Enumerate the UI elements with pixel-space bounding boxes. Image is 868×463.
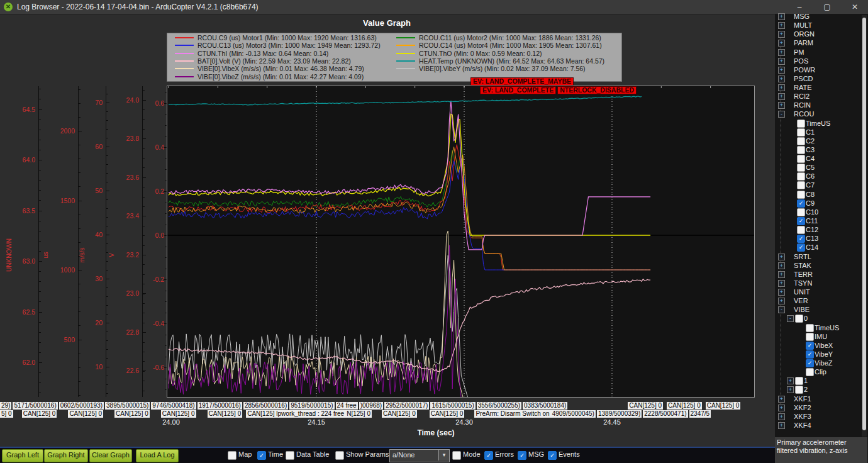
tree-item-0[interactable]: -0: [775, 314, 862, 323]
tree-item-clip[interactable]: Clip: [775, 367, 862, 376]
button-load-a-log[interactable]: Load A Log: [136, 449, 179, 462]
checkbox-c4[interactable]: [797, 155, 805, 163]
checkbox-time[interactable]: ✓: [257, 451, 266, 460]
tree-item-imu[interactable]: IMU: [775, 332, 862, 341]
tree-item-pm[interactable]: +PM: [775, 48, 862, 57]
expand-icon[interactable]: +: [778, 271, 785, 278]
checkbox-c5[interactable]: [797, 164, 805, 172]
legend-entry[interactable]: CTUN.ThO (Min: 0 Max: 0.59 Mean: 0.12): [389, 50, 619, 57]
expand-icon[interactable]: +: [778, 13, 785, 20]
tree-item-timeus[interactable]: TimeUS: [775, 119, 862, 128]
tree-item-powr[interactable]: +POWR: [775, 65, 862, 74]
tree-item-ver[interactable]: +VER: [775, 296, 862, 305]
tree-item-2[interactable]: +2: [775, 385, 862, 394]
tree-item-tsyn[interactable]: +TSYN: [775, 279, 862, 287]
tree-item-srtl[interactable]: +SRTL: [775, 252, 862, 261]
expand-icon[interactable]: +: [778, 93, 785, 100]
legend-entry[interactable]: RCOU.C14 (us) Motor4 (Min: 1000 Max: 190…: [389, 42, 619, 49]
checkbox-mode[interactable]: [452, 451, 461, 460]
checkbox-2[interactable]: [795, 386, 803, 394]
expand-icon[interactable]: +: [778, 404, 785, 411]
checkbox-errors[interactable]: ✓: [484, 451, 493, 460]
tree-item-c2[interactable]: C2: [775, 137, 862, 145]
tree-item-c12[interactable]: C12: [775, 225, 862, 234]
expand-icon[interactable]: +: [778, 254, 785, 260]
tree-item-mult[interactable]: +MULT: [775, 21, 862, 30]
checkbox-c10[interactable]: [797, 208, 805, 216]
expand-icon[interactable]: +: [778, 298, 785, 304]
tree-item-c3[interactable]: C3: [775, 145, 862, 154]
tree-item-stak[interactable]: +STAK: [775, 261, 862, 270]
tree-item-xkf4[interactable]: +XKF4: [775, 421, 862, 430]
tree-item-parm[interactable]: +PARM: [775, 38, 862, 47]
checkbox-vibez[interactable]: ✓: [806, 359, 814, 367]
tree-item-vibey[interactable]: ✓VibeY: [775, 350, 862, 359]
tree-item-xkf2[interactable]: +XKF2: [775, 403, 862, 412]
legend-entry[interactable]: RCOU.C9 (us) Motor1 (Min: 1000 Max: 1920…: [167, 34, 389, 42]
tree-item-msg[interactable]: +MSG: [775, 12, 862, 21]
legend-entry[interactable]: BAT[0].Volt (V) (Min: 22.59 Max: 23.09 M…: [167, 57, 389, 65]
collapse-icon[interactable]: -: [778, 111, 785, 118]
checkbox-events[interactable]: ✓: [548, 451, 557, 460]
expand-icon[interactable]: +: [787, 386, 794, 393]
expand-icon[interactable]: +: [778, 22, 785, 29]
tree-item-c10[interactable]: C10: [775, 208, 862, 216]
legend-entry[interactable]: VIBE[0].VibeY (m/s/s) (Min: 0.02 Max: 37…: [389, 65, 619, 72]
checkbox-c6[interactable]: [797, 172, 805, 181]
checkbox-msg[interactable]: ✓: [518, 451, 526, 460]
expand-icon[interactable]: +: [778, 31, 785, 38]
tree-item-unit[interactable]: +UNIT: [775, 287, 862, 296]
expand-icon[interactable]: +: [787, 377, 794, 384]
expand-icon[interactable]: +: [778, 422, 785, 429]
checkbox-timeus[interactable]: [806, 324, 814, 332]
tree-item-xkf1[interactable]: +XKF1: [775, 394, 862, 403]
checkbox-c1[interactable]: [797, 128, 805, 137]
legend-entry[interactable]: VIBE[0].VibeZ (m/s/s) (Min: 0.01 Max: 42…: [167, 72, 389, 80]
legend-entry[interactable]: VIBE[0].VibeX (m/s/s) (Min: 0.01 Max: 46…: [167, 65, 389, 72]
legend-entry[interactable]: CTUN.ThI (Min: -0.13 Max: 0.64 Mean: 0.1…: [167, 50, 389, 57]
tree-item-vibex[interactable]: ✓VibeX: [775, 341, 862, 350]
expand-icon[interactable]: +: [778, 75, 785, 82]
tree-item-vibez[interactable]: ✓VibeZ: [775, 359, 862, 367]
collapse-icon[interactable]: -: [778, 306, 785, 313]
tree-item-terr[interactable]: +TERR: [775, 270, 862, 279]
checkbox-c7[interactable]: [797, 181, 805, 189]
scrollbar-thumb[interactable]: [862, 18, 866, 430]
legend-entry[interactable]: HEAT.Temp (UNKNOWN) (Min: 64.52 Max: 64.…: [389, 57, 619, 65]
checkbox-vibey[interactable]: ✓: [806, 350, 814, 359]
button-clear-graph[interactable]: Clear Graph: [89, 449, 132, 462]
expand-icon[interactable]: +: [778, 262, 785, 269]
tree-item-c5[interactable]: C5: [775, 163, 862, 172]
expand-icon[interactable]: +: [778, 84, 785, 91]
checkbox-c11[interactable]: ✓: [797, 217, 805, 225]
expand-icon[interactable]: +: [778, 67, 785, 74]
plot-area[interactable]: [167, 86, 755, 398]
mode-dropdown[interactable]: a/None ▾: [389, 449, 450, 462]
tree-item-timeus[interactable]: TimeUS: [775, 323, 862, 332]
checkbox-imu[interactable]: [806, 333, 814, 341]
checkbox-c13[interactable]: ✓: [797, 235, 805, 243]
tree-item-c13[interactable]: ✓C13: [775, 234, 862, 243]
tree-item-orgn[interactable]: +ORGN: [775, 30, 862, 38]
checkbox-c3[interactable]: [797, 146, 805, 154]
tree-item-c1[interactable]: C1: [775, 128, 862, 137]
tree-item-rcou[interactable]: -RCOU: [775, 109, 862, 118]
tree-item-c11[interactable]: ✓C11: [775, 216, 862, 225]
tree-item-rate[interactable]: +RATE: [775, 83, 862, 92]
tree-item-c7[interactable]: C7: [775, 181, 862, 189]
tree-item-xkf3[interactable]: +XKF3: [775, 412, 862, 421]
tree-item-vibe[interactable]: -VIBE: [775, 305, 862, 314]
tree-item-c4[interactable]: C4: [775, 154, 862, 163]
tree-scrollbar[interactable]: [862, 15, 867, 437]
checkbox-c14[interactable]: ✓: [797, 243, 805, 252]
button-graph-left[interactable]: Graph Left: [2, 449, 43, 462]
button-graph-right[interactable]: Graph Right: [44, 449, 88, 462]
checkbox-data-table[interactable]: [286, 451, 294, 460]
checkbox-1[interactable]: [795, 377, 803, 385]
legend-entry[interactable]: RCOU.C11 (us) Motor2 (Min: 1000 Max: 188…: [389, 34, 619, 42]
tree-item-c8[interactable]: C8: [775, 190, 862, 199]
tree-item-rcin[interactable]: +RCIN: [775, 101, 862, 109]
tree-item-c6[interactable]: C6: [775, 172, 862, 181]
tree-item-1[interactable]: +1: [775, 376, 862, 385]
checkbox-timeus[interactable]: [797, 120, 805, 128]
